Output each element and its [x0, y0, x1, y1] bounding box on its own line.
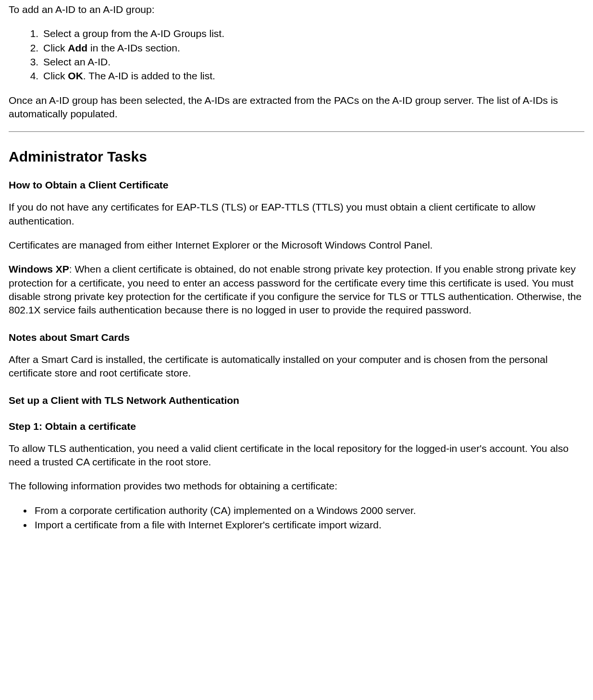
body-paragraph: Certificates are managed from either Int…: [9, 238, 584, 252]
body-paragraph: The following information provides two m…: [9, 479, 584, 493]
step-text-post: . The A-ID is added to the list.: [83, 70, 215, 81]
document-page: To add an A-ID to an A-ID group: Select …: [0, 0, 593, 700]
list-item: Select an A-ID.: [41, 55, 584, 69]
after-steps-paragraph: Once an A-ID group has been selected, th…: [9, 94, 584, 121]
list-item: Import a certificate from a file with In…: [33, 518, 584, 532]
step-text: Select an A-ID.: [43, 56, 111, 67]
subsection-heading: Set up a Client with TLS Network Authent…: [9, 395, 584, 406]
section-heading: Administrator Tasks: [9, 149, 584, 165]
body-paragraph: After a Smart Card is installed, the cer…: [9, 353, 584, 380]
section-divider: [9, 131, 584, 132]
step-text-pre: Click: [43, 70, 68, 81]
step-text-post: in the A-IDs section.: [87, 42, 180, 53]
add-aid-steps-list: Select a group from the A-ID Groups list…: [9, 27, 584, 83]
body-paragraph: If you do not have any certificates for …: [9, 200, 584, 228]
intro-paragraph: To add an A-ID to an A-ID group:: [9, 3, 584, 16]
subsection-heading: Step 1: Obtain a certificate: [9, 421, 584, 432]
bullet-text: Import a certificate from a file with In…: [35, 519, 382, 530]
subsection-heading: Notes about Smart Cards: [9, 332, 584, 343]
inline-bold: Windows XP: [9, 263, 69, 275]
step-text-bold: OK: [68, 70, 83, 81]
list-item: Select a group from the A-ID Groups list…: [41, 27, 584, 40]
body-paragraph: Windows XP: When a client certificate is…: [9, 262, 584, 317]
step-text-bold: Add: [68, 42, 87, 53]
step-text-pre: Click: [43, 42, 68, 53]
bullet-text: From a corporate certification authority…: [35, 505, 416, 516]
step-text: Select a group from the A-ID Groups list…: [43, 28, 224, 39]
methods-bullet-list: From a corporate certification authority…: [9, 504, 584, 532]
list-item: Click Add in the A-IDs section.: [41, 41, 584, 55]
list-item: From a corporate certification authority…: [33, 504, 584, 517]
inline-text: : When a client certificate is obtained,…: [9, 263, 581, 315]
subsection-heading: How to Obtain a Client Certificate: [9, 179, 584, 191]
body-paragraph: To allow TLS authentication, you need a …: [9, 442, 584, 469]
list-item: Click OK. The A-ID is added to the list.: [41, 69, 584, 83]
